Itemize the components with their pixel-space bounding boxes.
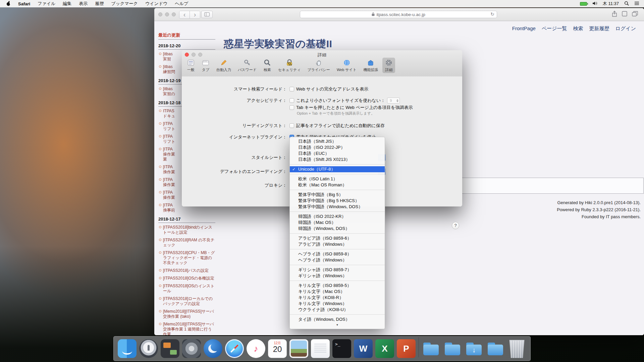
downloads-folder-icon[interactable]: ↓ <box>465 339 483 358</box>
encoding-option[interactable]: 繁体字中国語（Windows, DOS） <box>290 204 385 210</box>
notification-center-icon[interactable] <box>634 1 639 6</box>
wiki-nav-link[interactable]: FrontPage <box>512 25 536 32</box>
encoding-option[interactable]: キリル文字（ISO 8859-5） <box>290 283 385 289</box>
encoding-option[interactable]: ギリシャ語（Windows） <box>290 273 385 279</box>
scroll-down-indicator[interactable]: ▼ <box>290 322 385 327</box>
sidebar-page-link[interactable]: [ITPASS2018]RAM の不良チェック <box>159 238 215 248</box>
mission-control-icon[interactable] <box>161 339 179 358</box>
encoding-option-selected[interactable]: ✓ Unicode（UTF-8） <box>290 166 385 172</box>
menu-item[interactable]: 履歴 <box>95 1 104 7</box>
excel-icon[interactable]: X <box>375 339 394 358</box>
sidebar-page-link[interactable]: [ITPASS2018]OSの各種設定 <box>159 276 215 281</box>
help-button[interactable]: ? <box>452 222 459 229</box>
tab-highlight-checkbox[interactable] <box>289 105 294 110</box>
sidebar-page-link[interactable]: [Memo2018][ITPASS]サーバ交換事作業 1 週間後に行う作業 <box>159 322 215 335</box>
encoding-option[interactable]: ウクライナ語（KOI8-U） <box>290 307 385 313</box>
encoding-option[interactable]: 日本語（EUC） <box>290 150 385 157</box>
textedit-icon[interactable] <box>311 339 330 358</box>
zoom-button[interactable] <box>172 12 176 16</box>
encoding-option[interactable]: 繁体字中国語（Big 5 HKSCS） <box>290 198 385 204</box>
wiki-nav-link[interactable]: 検索 <box>573 25 583 32</box>
encoding-option[interactable]: アラビア語（ISO 8859-6） <box>290 235 385 241</box>
system-preferences-icon[interactable] <box>182 339 201 358</box>
encoding-option[interactable]: 韓国語（Windows, DOS） <box>290 226 385 232</box>
menu-item[interactable]: 編集 <box>63 1 71 7</box>
sidebar-page-link[interactable]: [ITPASS2018]OSのインストール <box>159 284 215 294</box>
tab-privacy[interactable]: プライバシー <box>305 58 332 73</box>
encoding-option[interactable]: ヘブライ語（ISO 8859-8） <box>290 251 385 257</box>
shared-folder-icon[interactable] <box>486 339 505 358</box>
font-size-select[interactable]: 9 <box>387 98 400 104</box>
show-full-address-checkbox[interactable] <box>289 87 294 92</box>
encoding-option[interactable]: キリル文字（Windows） <box>290 301 385 307</box>
tab-overview-icon[interactable] <box>632 11 638 18</box>
minimize-button[interactable] <box>165 12 169 16</box>
trash-icon[interactable] <box>507 339 526 358</box>
encoding-option[interactable]: 韓国語（ISO 2022-KR） <box>290 214 385 220</box>
tab-tabs[interactable]: タブ <box>199 58 212 73</box>
reload-icon[interactable]: ↻ <box>490 11 494 17</box>
tab-extensions[interactable]: 機能拡張 <box>361 58 380 73</box>
sidebar-page-link[interactable]: [ITPASS2018]CPU・MB・グラフィックボード・電源の不良チェック <box>159 250 215 265</box>
sidebar-toggle-button[interactable] <box>201 11 213 18</box>
volume-icon[interactable] <box>592 1 597 6</box>
encoding-option[interactable]: 日本語（Shift JIS X0213） <box>290 157 385 163</box>
menu-item[interactable]: 表示 <box>79 1 88 7</box>
launchpad-icon[interactable] <box>139 339 158 358</box>
new-tab-icon[interactable] <box>622 11 627 18</box>
share-icon[interactable] <box>612 11 617 18</box>
encoding-option[interactable]: ヘブライ語（Windows） <box>290 257 385 263</box>
apple-menu-icon[interactable] <box>6 1 11 7</box>
menu-item[interactable]: ヘルプ <box>175 1 188 7</box>
zoom-button[interactable] <box>198 53 202 57</box>
min-font-size-checkbox[interactable] <box>289 98 294 103</box>
close-button[interactable] <box>158 12 162 16</box>
sidebar-page-link[interactable]: [Memo2018][ITPASS]サーバ交換作業 (tako) <box>159 309 215 319</box>
url-field[interactable]: itpass.scitec.kobe-u.ac.jp ↻ <box>300 11 497 18</box>
tab-autofill[interactable]: 自動入力 <box>214 58 233 73</box>
encoding-option[interactable]: 日本語（Shift JIS） <box>290 138 385 144</box>
encoding-option[interactable]: 日本語（ISO 2022-JP） <box>290 144 385 150</box>
finder-icon[interactable] <box>118 339 137 358</box>
offline-save-checkbox[interactable] <box>289 123 294 128</box>
powerpoint-icon[interactable]: P <box>397 339 416 358</box>
encoding-option[interactable]: ギリシャ語（ISO 8859-7） <box>290 267 385 273</box>
documents-folder-icon[interactable] <box>443 339 462 358</box>
word-icon[interactable]: W <box>354 339 373 358</box>
sidebar-page-link[interactable]: [ITPASS2018]bindのインストールと設定 <box>159 225 215 235</box>
tab-advanced[interactable]: 詳細 <box>382 58 395 73</box>
encoding-option[interactable]: タイ語（Windows, DOS） <box>290 316 385 322</box>
applications-folder-icon[interactable] <box>422 339 440 358</box>
menu-item[interactable]: ブックマーク <box>111 1 138 7</box>
menu-app-name[interactable]: Safari <box>18 1 30 6</box>
encoding-option[interactable]: 韓国語（Mac OS） <box>290 220 385 226</box>
terminal-icon[interactable]: >_ <box>332 339 351 358</box>
encoding-option[interactable]: 欧米（ISO Latin 1） <box>290 176 385 182</box>
wiki-nav-link[interactable]: ログイン <box>615 25 636 32</box>
itunes-icon[interactable]: ♪ <box>247 339 265 358</box>
forward-button[interactable]: › <box>190 11 200 18</box>
tab-websites[interactable]: Web サイト <box>334 58 359 73</box>
sidebar-page-link[interactable]: [ITPASS2018]パスの設定 <box>159 268 215 273</box>
tab-search[interactable]: 検索 <box>261 58 274 73</box>
tab-security[interactable]: セキュリティ <box>276 58 303 73</box>
close-button[interactable] <box>185 53 189 57</box>
photos-icon[interactable] <box>289 339 308 358</box>
thunderbird-icon[interactable] <box>204 339 222 358</box>
minimize-button[interactable] <box>192 53 196 57</box>
calendar-icon[interactable]: 12月 20 <box>268 339 287 358</box>
menu-clock[interactable]: 木 11:37 <box>603 1 619 7</box>
encoding-option[interactable]: 繁体字中国語（Big 5） <box>290 192 385 198</box>
spotlight-icon[interactable] <box>624 1 629 7</box>
sidebar-page-link[interactable]: [ITPASS2018]ローカルでのバックアップの設定 <box>159 296 215 306</box>
encoding-option[interactable]: 欧米（Mac OS Roman） <box>290 182 385 188</box>
wiki-nav-link[interactable]: ページ一覧 <box>542 25 567 32</box>
tab-passwords[interactable]: パスワード <box>235 58 259 73</box>
tab-general[interactable]: 一般 <box>184 58 197 73</box>
menu-item[interactable]: ウインドウ <box>145 1 168 7</box>
encoding-option[interactable]: アラビア語（Windows） <box>290 241 385 247</box>
battery-icon[interactable] <box>580 2 587 6</box>
encoding-option[interactable]: キリル文字（Mac OS） <box>290 289 385 295</box>
encoding-option[interactable]: キリル文字（KOI8-R） <box>290 295 385 301</box>
safari-icon[interactable] <box>225 339 244 358</box>
